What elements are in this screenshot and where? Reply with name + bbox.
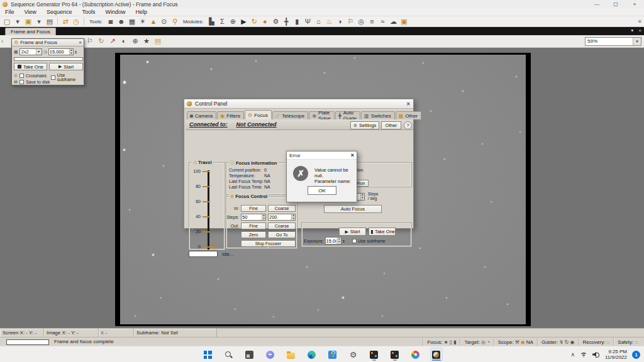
open-dropdown-icon[interactable]: ▾ — [35, 17, 43, 26]
frame-and-focus-panel-titlebar[interactable]: ⚙ Frame and Focus × — [12, 39, 84, 47]
taskbar-microsoft-store-button[interactable] — [326, 348, 339, 361]
tab-filters[interactable]: ◉Filters — [217, 111, 244, 119]
cloud-sensor-icon[interactable]: ☁ — [389, 17, 397, 26]
spinner-buttons[interactable]: ▲▼ — [69, 49, 73, 55]
histogram-icon[interactable]: ▙ — [207, 17, 216, 26]
other-button[interactable]: Other — [381, 121, 401, 129]
close-button[interactable]: × — [625, 0, 644, 8]
use-subframe-checkbox[interactable] — [51, 75, 55, 80]
control-box-icon[interactable]: ▣ — [399, 17, 408, 26]
spinner-buttons[interactable]: ▲▼ — [291, 214, 295, 220]
equipment-gears-icon[interactable]: ⚙ — [271, 17, 280, 26]
menu-window[interactable]: Window — [100, 8, 130, 16]
save-sequence-icon[interactable]: ▤ — [45, 17, 54, 26]
taskbar-astro-app-1-button[interactable] — [368, 348, 380, 361]
back-chevron-icon[interactable]: ‹ — [1, 38, 9, 45]
taskbar-search-button[interactable] — [223, 348, 235, 361]
auto-stretch-icon[interactable]: ↗ — [108, 36, 117, 45]
menu-file[interactable]: File — [0, 8, 19, 16]
flats-wizard-icon[interactable]: ▲ — [149, 17, 158, 26]
spinner-buttons[interactable]: ▲▼ — [337, 238, 341, 244]
brightness-icon[interactable]: ☀ — [138, 17, 147, 26]
spinner-buttons[interactable]: ▲▼ — [262, 214, 265, 220]
api-key-icon[interactable]: ⚲ — [170, 17, 179, 26]
travel-slider-handle[interactable] — [210, 244, 214, 250]
contrast-icon[interactable]: ◐ — [119, 36, 128, 45]
steps-in-input[interactable] — [242, 214, 262, 220]
user-profiles-icon[interactable]: ☻ — [117, 17, 126, 26]
mdi-close-icon[interactable]: × — [638, 28, 641, 33]
statistics-icon[interactable]: Σ — [218, 17, 226, 26]
zoom-in-icon[interactable]: ⊕ — [228, 17, 237, 26]
dew-heater-icon[interactable]: ♨ — [325, 17, 333, 26]
taskbar-astro-app-2-button[interactable] — [389, 348, 401, 361]
wifi-icon[interactable] — [580, 352, 587, 358]
open-sequence-icon[interactable]: ▣ — [24, 17, 33, 26]
image-notes-icon[interactable]: ▤ — [153, 36, 162, 45]
close-icon[interactable]: × — [79, 40, 82, 45]
location-marker-icon[interactable]: ⚐ — [346, 17, 355, 26]
maximize-button[interactable]: ▢ — [606, 0, 625, 8]
microphone-icon[interactable]: Ψ — [303, 17, 312, 26]
shuffle-icon[interactable]: ⇄ — [61, 17, 70, 26]
exposure-input[interactable] — [49, 49, 69, 55]
minimize-button[interactable]: — — [587, 0, 606, 8]
taskbar-edge-browser-button[interactable] — [306, 348, 318, 361]
refresh-icon[interactable]: ↻ — [250, 17, 258, 26]
chevron-down-icon[interactable]: ▾ — [633, 38, 641, 45]
steps-out-input[interactable] — [269, 214, 291, 220]
filter-wheel-icon[interactable]: ● — [260, 17, 269, 26]
strip-start-button[interactable]: ▶ Start — [339, 228, 366, 236]
taskbar-sequence-generator-pro-button[interactable] — [430, 348, 443, 361]
taskbar-file-explorer-button[interactable] — [285, 348, 297, 361]
taskbar-start-button[interactable] — [202, 348, 214, 361]
thermometer-icon[interactable]: ▮ — [292, 17, 301, 26]
zoom-level-select[interactable]: 59% ▾ — [585, 37, 641, 46]
start-button[interactable]: ▶ Start — [49, 63, 83, 70]
taskbar-settings-button[interactable]: ⚙ — [347, 348, 360, 361]
close-icon[interactable]: × — [351, 152, 354, 158]
strip-exposure-input[interactable] — [326, 238, 338, 244]
in-fine-button[interactable]: Fine — [241, 205, 266, 212]
out-coarse-button[interactable]: Coarse — [268, 222, 296, 229]
tab-switches[interactable]: ▥Switches — [361, 111, 395, 119]
tab-focus[interactable]: ⚙Focus — [245, 110, 272, 119]
notifications-icon[interactable]: ⊙ — [160, 17, 169, 26]
annotate-flag-icon[interactable]: ⚐ — [86, 36, 94, 45]
taskbar-chat-button[interactable] — [264, 348, 277, 361]
tab-camera[interactable]: ◙Camera — [187, 111, 216, 119]
run-sequence-icon[interactable]: ▶ — [239, 17, 248, 26]
clock-date[interactable]: 9:25 PM 11/9/2022 — [605, 349, 627, 360]
delay-timer-icon[interactable]: ◷ — [72, 17, 80, 26]
crosshair-icon[interactable]: ⊕ — [131, 36, 140, 45]
menu-help[interactable]: Help — [130, 8, 152, 16]
image-contrast-icon[interactable]: ◑ — [335, 17, 344, 26]
goto-button[interactable]: Go To — [268, 231, 296, 238]
speaker-icon[interactable] — [592, 351, 600, 358]
binning-select[interactable]: 2x2 ▾ — [19, 48, 42, 55]
out-fine-button[interactable]: Fine — [241, 222, 266, 229]
grid-view-icon[interactable]: ▦ — [128, 17, 136, 26]
auto-refresh-icon[interactable]: ↻ — [97, 36, 106, 45]
settings-button[interactable]: ⚙ Settings — [350, 121, 379, 129]
mdi-minimize-icon[interactable]: ▾ — [631, 28, 633, 33]
observatory-dome-icon[interactable]: ⌂ — [314, 17, 323, 26]
taskbar-task-window-button[interactable] — [243, 348, 256, 361]
menu-sequence[interactable]: Sequence — [42, 8, 77, 16]
tab-other[interactable]: ▩Other — [396, 111, 422, 119]
tab-plate-solve[interactable]: ⊕Plate Solve — [309, 111, 335, 119]
spinner-buttons[interactable]: ▲▼ — [360, 194, 364, 200]
tab-frame-and-focus[interactable]: Frame and Focus — [5, 28, 56, 35]
taskbar-chrome-browser-button[interactable] — [409, 348, 422, 361]
save-to-disk-checkbox[interactable] — [19, 80, 24, 84]
notification-badge[interactable]: 1 — [632, 351, 640, 359]
graph-icon[interactable]: ≈ — [378, 17, 387, 26]
take-one-button[interactable]: Take One — [14, 63, 47, 70]
tray-chevron-icon[interactable]: ∧ — [570, 351, 575, 358]
travel-slider[interactable]: 100806040200 — [191, 168, 225, 250]
camera-icon[interactable]: ◙ — [106, 17, 115, 26]
new-dropdown-icon[interactable]: ▾ — [13, 17, 22, 26]
error-dialog-titlebar[interactable]: Error × — [287, 151, 357, 160]
menu-view[interactable]: View — [19, 8, 42, 16]
menu-tools[interactable]: Tools — [77, 8, 100, 16]
